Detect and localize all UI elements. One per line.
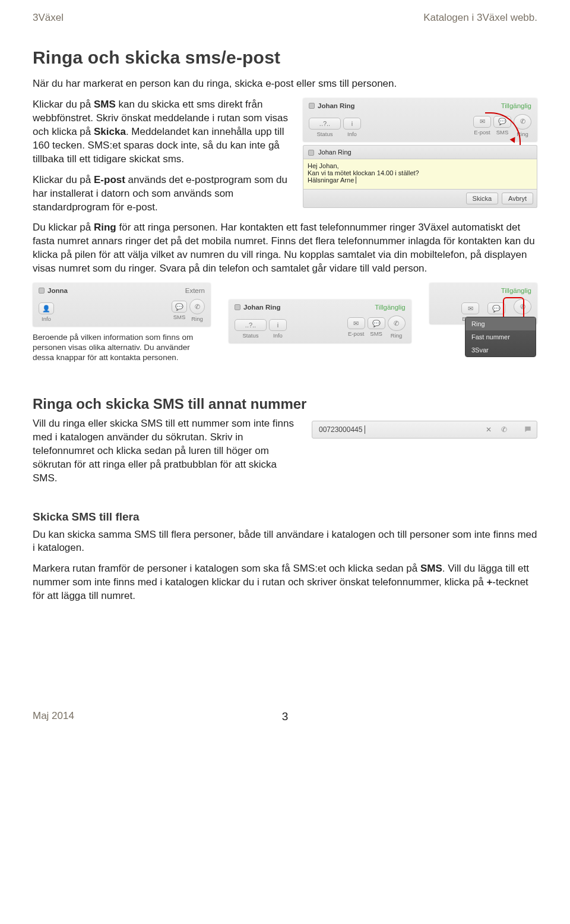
call-button[interactable]: ✆Ring	[514, 114, 531, 137]
sms-composer: Johan Ring Hej Johan, Kan vi ta mötet kl…	[303, 145, 537, 208]
menu-item-3svar[interactable]: 3Svar	[466, 343, 536, 357]
menu-item-ring[interactable]: Ring	[466, 317, 536, 330]
call-number-menu[interactable]: Ring Fast nummer 3Svar	[465, 317, 536, 357]
contact-card-jonna: Jonna Extern 👤Info 💬SMS ✆Ring	[33, 283, 211, 327]
running-head-right: Katalogen i 3Växel webb.	[423, 12, 537, 24]
sms-cancel-button[interactable]: Avbryt	[502, 193, 533, 204]
dial-search-box: 00723000445 ✕ ✆	[312, 421, 537, 439]
sms-button[interactable]: 💬SMS	[368, 317, 385, 337]
call-button[interactable]: ✆Ring	[388, 316, 406, 339]
call-button[interactable]: ✆Ring	[189, 299, 205, 322]
page-number: 3	[282, 710, 289, 723]
sms-send-button[interactable]: Skicka	[466, 193, 498, 204]
sms-multiple-p1: Du kan skicka samma SMS till flera perso…	[33, 528, 537, 556]
info-button[interactable]: 👤Info	[39, 302, 54, 322]
sms-multiple-p2: Markera rutan framför de personer i kata…	[33, 562, 537, 603]
intro-paragraph: När du har markerat en person kan du rin…	[33, 77, 537, 91]
status-button[interactable]: ..?..Status	[235, 319, 267, 339]
sms-icon[interactable]	[522, 424, 533, 435]
page-title: Ringa och skicka sms/e-post	[33, 48, 537, 68]
email-button[interactable]: ✉E-post	[473, 116, 491, 135]
sms-button[interactable]: 💬SMS	[172, 301, 187, 320]
footer-date: Maj 2014	[33, 710, 74, 722]
status-button[interactable]: ..?.. Status	[309, 118, 341, 137]
sms-button[interactable]: 💬SMS	[493, 116, 511, 135]
clear-icon[interactable]: ✕	[483, 424, 494, 435]
contact-name: Johan Ring	[318, 102, 355, 109]
presence-icon	[308, 150, 314, 156]
epost-paragraph: Klickar du på E-post används det e-postp…	[33, 174, 291, 215]
contact-card-johan: Johan Ring Tillgänglig ..?.. Status iInf…	[303, 98, 537, 142]
other-number-paragraph: Vill du ringa eller skicka SMS till ett …	[33, 417, 300, 485]
info-button[interactable]: iInfo	[269, 319, 287, 339]
running-head-left: 3Växel	[33, 12, 64, 24]
info-button[interactable]: iInfo	[343, 118, 361, 137]
contact-status: Tillgänglig	[501, 102, 531, 109]
dial-input[interactable]: 00723000445	[316, 424, 479, 436]
heading-sms-multiple: Skicka SMS till flera	[33, 510, 537, 524]
contact-card-johan-wide: Johan Ring Tillgänglig ..?..Status iInfo…	[229, 299, 411, 343]
menu-item-fixed[interactable]: Fast nummer	[466, 330, 536, 343]
sms-paragraph: Klickar du på SMS kan du skicka ett sms …	[33, 98, 291, 166]
screenshot-contact-sms: Johan Ring Tillgänglig ..?.. Status iInf…	[303, 98, 537, 208]
caption-variants: Beroende på vilken information som finns…	[33, 333, 211, 363]
sms-to-name: Johan Ring	[318, 149, 352, 156]
contact-card-ring-menu: Tillgänglig ✉E-post 💬SMS ✆Ring Ring Fast…	[429, 283, 537, 324]
call-icon[interactable]: ✆	[499, 424, 509, 435]
heading-other-number: Ringa och skicka SMS till annat nummer	[33, 396, 537, 412]
presence-icon	[39, 288, 45, 294]
presence-icon	[309, 103, 315, 109]
ring-paragraph: Du klickar på Ring för att ringa persone…	[33, 221, 537, 276]
email-button[interactable]: ✉E-post	[347, 317, 365, 337]
sms-textarea[interactable]: Hej Johan, Kan vi ta mötet klockan 14.00…	[303, 159, 537, 190]
